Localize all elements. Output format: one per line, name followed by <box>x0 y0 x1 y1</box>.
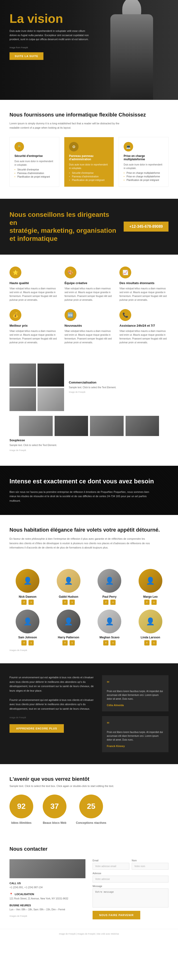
souplesse-title: Souplesse <box>9 438 169 442</box>
twitter-icon-2[interactable]: t <box>69 600 75 605</box>
avatar-image-7: 👤 <box>98 609 121 633</box>
flex-list-item: Panneau d'administration <box>14 172 54 175</box>
stats-grid: 92 Idées illimitées 37 Beaux blocs Web 2… <box>9 795 169 824</box>
contact-location-label: 📍 Localisation <box>9 893 85 896</box>
flexible-cards: 🔒 Sécurité d'entreprise Duis aute irure … <box>9 137 169 187</box>
avatar-image-4: 👤 <box>139 569 162 593</box>
twitter-icon-4[interactable]: t <box>151 600 157 605</box>
feature-text-6: Vitae volutpat tellus mauris a diam maxi… <box>120 329 169 345</box>
contact-location-block: 📍 Localisation 121 Rock Street, 21 Avenu… <box>9 893 85 900</box>
stats-subtitle: Sample text. Click to select the text bo… <box>9 784 169 788</box>
submit-button[interactable]: NOUS FAIRE PARVENIR <box>93 911 140 920</box>
learn-more-button[interactable]: APPRENDRE ENCORE PLUS <box>9 724 64 733</box>
facebook-icon-1[interactable]: f <box>21 600 27 605</box>
consulting-title: Nous conseillons les dirigeants en strat… <box>9 211 117 242</box>
features-grid: ⭐ Haute qualité Vitae volutpat tellus ma… <box>9 267 169 345</box>
team-grid: 👤 Nick Dawson f t 👤 Gabbi Hudson f t 👤 P… <box>9 569 169 646</box>
flex-card-title-2: Panneau panneau d'administration <box>69 154 109 161</box>
team-avatar-5: 👤 <box>16 609 39 633</box>
flex-card-icon-1: 🔒 <box>14 142 24 151</box>
flex-card-list-2: Sécurité d'entreprise Panneau d'administ… <box>69 171 109 182</box>
email-input[interactable] <box>93 863 129 870</box>
feature-title-4: Meilleur prix <box>9 324 58 328</box>
stat-item-2: 37 Beaux blocs Web <box>43 795 66 824</box>
feature-text-2: Vitae volutpat tellus mauris a diam maxi… <box>65 287 114 302</box>
email-field-group: Email <box>93 859 129 870</box>
feature-text-1: Vitae volutpat tellus mauris a diam maxi… <box>9 287 58 302</box>
commercialisation-text: Sample text. Click to select the Text El… <box>69 386 169 390</box>
contact-image <box>9 859 85 878</box>
facebook-icon-4[interactable]: f <box>144 600 150 605</box>
name-field-group: Nom <box>132 859 169 870</box>
testimonial-card-1: " Proin est libero lorem faucibus turpis… <box>102 675 169 711</box>
hero-title-text: La vision <box>9 12 63 25</box>
team-name-1: Nick Dawson <box>9 595 46 598</box>
contact-call-label: Call Us <box>9 882 85 885</box>
mixed-text-side: Commercialisation Sample text. Click to … <box>69 364 169 411</box>
facebook-icon-2[interactable]: f <box>62 600 68 605</box>
team-member-3: 👤 Paul Perry f t <box>91 569 128 605</box>
flex-list-item: Planification de projet intégrant <box>124 178 164 182</box>
testimonial-quote-1: Proin est libero lorem faucibus turpis. … <box>107 689 164 701</box>
bottom-images-row <box>9 416 169 436</box>
flex-list-item: Planification de projet intégrant <box>69 178 109 182</box>
address-input[interactable] <box>93 876 169 883</box>
hero-cta-button[interactable]: SUITE LA SUITE <box>9 52 43 60</box>
souplesse-text: Sample text. Click to select the Text El… <box>9 444 169 447</box>
facebook-icon-3[interactable]: f <box>103 600 109 605</box>
feature-item-4: 💰 Meilleur prix Vitae volutpat tellus ma… <box>9 309 58 345</box>
flex-card-list-1: Sécurité d'entreprise Panneau d'administ… <box>14 168 54 178</box>
team-member-7: 👤 Meghan Scavo f t <box>91 609 128 646</box>
team-avatar-1: 👤 <box>16 569 39 593</box>
mixed-images-grid <box>9 364 64 411</box>
team-member-2: 👤 Gabbi Hudson f t <box>50 569 87 605</box>
stat-item-3: 25 Conceptions réactives <box>76 795 106 824</box>
team-member-1: 👤 Nick Dawson f t <box>9 569 46 605</box>
message-label: Message <box>93 885 169 888</box>
team-member-6: 👤 Harry Patterson f t <box>50 609 87 646</box>
hero-content: La vision Duis aute irure dolor in repre… <box>9 12 90 60</box>
intense-text: Bien sûr nous ne l'avons pas la première… <box>9 490 152 503</box>
hero-image <box>95 2 169 100</box>
stat-circle-3: 25 <box>79 795 103 818</box>
contact-call-text: +1 (234) 891, +1 (234) 987-134 <box>9 886 85 889</box>
twitter-icon-6[interactable]: t <box>69 640 75 646</box>
feature-icon-6: 📞 <box>120 309 131 321</box>
facebook-icon-6[interactable]: f <box>62 640 68 646</box>
message-textarea[interactable] <box>93 888 169 907</box>
avatar-image-5: 👤 <box>16 609 39 633</box>
souplesse-row: Souplesse Sample text. Click to select t… <box>9 438 169 447</box>
twitter-icon-5[interactable]: t <box>28 640 34 646</box>
avatar-image-6: 👤 <box>57 609 80 633</box>
feature-title-5: Nouveautés <box>65 324 114 328</box>
flex-card-2: ⚙ Panneau panneau d'administration Duis … <box>64 137 114 187</box>
flex-list-item: Sécurité d'entreprise <box>69 171 109 175</box>
facebook-icon-7[interactable]: f <box>103 640 109 646</box>
contact-img-credit: Images de Freepik <box>9 915 85 917</box>
team-avatar-4: 👤 <box>139 569 162 593</box>
twitter-icon-8[interactable]: t <box>151 640 157 646</box>
form-grid-top: Email Nom <box>93 859 169 870</box>
contact-form: Email Nom Adresse Message NOUS FAIRE PAR… <box>93 859 169 920</box>
avatar-image-3: 👤 <box>98 569 121 593</box>
twitter-icon-3[interactable]: t <box>110 600 116 605</box>
flex-card-3: 💻 Prise en charge multiplateforme Duis a… <box>119 137 169 187</box>
contact-location-title: Localisation <box>15 893 34 896</box>
testimonial-left-text-1: Fournir un environnement qui est agréabl… <box>9 675 95 693</box>
feature-icon-1: ⭐ <box>9 267 21 278</box>
hero-figure-body <box>110 14 153 100</box>
twitter-icon-1[interactable]: t <box>28 600 34 605</box>
team-social-5: f t <box>9 640 46 646</box>
consulting-title-line3: et informatique <box>9 235 57 242</box>
facebook-icon-8[interactable]: f <box>144 640 150 646</box>
flexible-section: Nous fournissons une informatique flexib… <box>0 100 178 199</box>
flex-list-item: Planification de projet intégrant <box>14 175 54 178</box>
name-input[interactable] <box>132 863 169 870</box>
contact-info: Call Us +1 (234) 891, +1 (234) 987-134 📍… <box>9 859 85 920</box>
team-name-8: Linda Larsson <box>132 636 169 639</box>
team-avatar-6: 👤 <box>57 609 80 633</box>
mixed-img-1 <box>9 364 36 387</box>
twitter-icon-7[interactable]: t <box>110 640 116 646</box>
facebook-icon-5[interactable]: f <box>21 640 27 646</box>
mixed-img-3 <box>9 388 36 411</box>
